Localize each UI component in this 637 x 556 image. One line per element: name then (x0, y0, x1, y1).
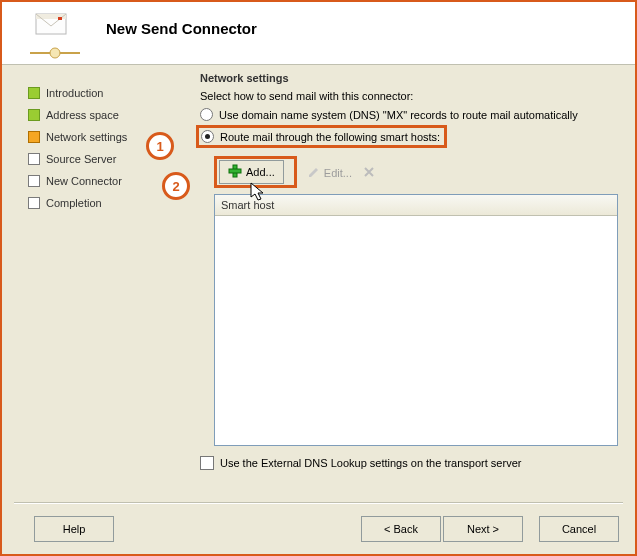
step-network-settings[interactable]: Network settings (28, 126, 178, 148)
wizard-footer: Help < Back Next > Cancel (2, 502, 635, 554)
svg-rect-2 (58, 17, 62, 20)
remove-button (363, 166, 375, 180)
radio-icon (201, 130, 214, 143)
step-status-icon (28, 87, 40, 99)
radio-dns-mx[interactable]: Use domain name system (DNS) "MX" record… (200, 108, 618, 121)
step-source-server[interactable]: Source Server (28, 148, 178, 170)
step-label: New Connector (46, 175, 122, 187)
external-dns-checkbox[interactable]: Use the External DNS Lookup settings on … (200, 456, 618, 470)
radio-icon (200, 108, 213, 121)
step-introduction[interactable]: Introduction (28, 82, 178, 104)
mail-envelope-icon (30, 10, 74, 46)
step-label: Completion (46, 197, 102, 209)
x-icon (363, 166, 375, 180)
wizard-header: New Send Connector (2, 2, 635, 65)
group-title: Network settings (200, 70, 618, 90)
help-button[interactable]: Help (34, 516, 114, 542)
step-status-icon (28, 153, 40, 165)
step-label: Source Server (46, 153, 116, 165)
radio-smart-hosts[interactable]: Route mail through the following smart h… (196, 125, 447, 148)
checkbox-icon (200, 456, 214, 470)
add-button-label: Add... (246, 166, 275, 178)
radio-label: Route mail through the following smart h… (220, 131, 440, 143)
checkbox-label: Use the External DNS Lookup settings on … (220, 457, 521, 469)
step-label: Address space (46, 109, 119, 121)
plus-icon (228, 164, 242, 180)
step-completion[interactable]: Completion (28, 192, 178, 214)
wizard-steps: Introduction Address space Network setti… (28, 82, 178, 214)
prompt-text: Select how to send mail with this connec… (200, 90, 618, 102)
wizard-window: New Send Connector Introduction Address … (0, 0, 637, 556)
step-label: Network settings (46, 131, 127, 143)
step-status-icon (28, 109, 40, 121)
list-column-header[interactable]: Smart host (215, 195, 617, 216)
pencil-icon (308, 166, 320, 180)
step-status-icon (28, 131, 40, 143)
smart-hosts-toolbar: Add... (219, 159, 284, 185)
footer-separator (14, 502, 623, 504)
wizard-title: New Send Connector (106, 20, 257, 37)
mail-icon-base (30, 46, 80, 60)
step-status-icon (28, 175, 40, 187)
add-button[interactable]: Add... (219, 160, 284, 184)
smart-hosts-list[interactable]: Smart host (214, 194, 618, 446)
wizard-content: Network settings Select how to send mail… (200, 70, 618, 488)
back-button[interactable]: < Back (361, 516, 441, 542)
step-address-space[interactable]: Address space (28, 104, 178, 126)
cancel-button[interactable]: Cancel (539, 516, 619, 542)
radio-label: Use domain name system (DNS) "MX" record… (219, 109, 578, 121)
edit-button: Edit... (308, 166, 352, 180)
edit-button-label: Edit... (324, 167, 352, 179)
next-button[interactable]: Next > (443, 516, 523, 542)
svg-rect-6 (229, 169, 241, 173)
svg-point-4 (50, 48, 60, 58)
step-new-connector[interactable]: New Connector (28, 170, 178, 192)
step-label: Introduction (46, 87, 103, 99)
step-status-icon (28, 197, 40, 209)
smart-hosts-toolbar-highlight: Add... (214, 156, 297, 188)
